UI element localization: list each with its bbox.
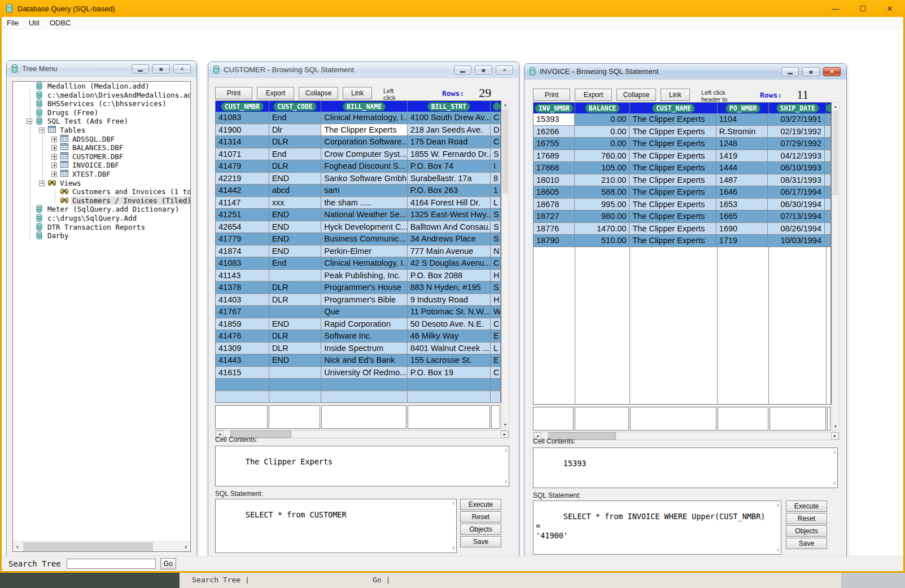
- grid-cell[interactable]: [216, 379, 269, 391]
- grid-cell[interactable]: Sanko Software Gmbh: [321, 173, 407, 185]
- grid-cell[interactable]: 1690: [716, 223, 768, 235]
- grid-cell[interactable]: The Clipper Experts: [629, 235, 716, 247]
- tree-item[interactable]: BHSServices (c:\bhsservices): [13, 99, 190, 108]
- grid-footer-cell[interactable]: [491, 405, 500, 429]
- print-button[interactable]: Print: [215, 87, 252, 99]
- grid-cell[interactable]: 1: [491, 185, 501, 197]
- grid-cell[interactable]: Dlr: [269, 124, 322, 137]
- execute-button[interactable]: Execute: [786, 501, 827, 512]
- menu-item-odbc[interactable]: ODBC: [45, 19, 76, 27]
- grid-cell[interactable]: 105.00: [575, 162, 629, 174]
- tree-item[interactable]: c:\drugs\SqlQuery.Add: [13, 214, 190, 223]
- scrollbar-thumb[interactable]: [23, 542, 153, 551]
- objects-button[interactable]: Objects: [460, 524, 501, 535]
- grid-cell[interactable]: 41147: [216, 197, 269, 209]
- grid-cell[interactable]: 4100 South Drew Av...: [408, 112, 491, 124]
- column-header-button[interactable]: [493, 102, 501, 111]
- scrollbar-thumb[interactable]: [502, 109, 508, 194]
- grid-cell[interactable]: 03/27/1991: [768, 113, 825, 126]
- close-button[interactable]: ✕: [173, 64, 191, 73]
- grid-cell[interactable]: 46 Milky Way: [408, 330, 491, 343]
- grid-cell[interactable]: 04/12/1993: [768, 150, 825, 163]
- grid-footer-cell[interactable]: [321, 405, 406, 429]
- grid-cell[interactable]: E: [491, 354, 501, 367]
- grid-cell[interactable]: The Clipper Experts: [629, 113, 716, 126]
- grid-cell[interactable]: Inside Spectrum: [321, 343, 407, 355]
- grid-cell[interactable]: 06/30/1994: [768, 199, 825, 211]
- reset-button[interactable]: Reset: [460, 511, 501, 523]
- grid-cell[interactable]: 4164 Forest Hill Dr.: [408, 197, 491, 209]
- collapse-icon[interactable]: [39, 128, 45, 133]
- grid-cell[interactable]: [825, 162, 831, 174]
- grid-cell[interactable]: R.Stromin: [716, 126, 768, 138]
- grid-cell[interactable]: 34 Andrews Place: [408, 233, 491, 245]
- grid-cell[interactable]: DLR: [269, 343, 322, 355]
- grid-cell[interactable]: University Of Redmo...: [321, 367, 407, 379]
- grid-cell[interactable]: The Clipper Experts: [629, 199, 716, 211]
- tree-item[interactable]: DTR Transaction Reports: [13, 223, 190, 232]
- grid-cell[interactable]: xxx: [269, 197, 322, 209]
- grid-cell[interactable]: 08/26/1994: [768, 223, 825, 235]
- grid-cell[interactable]: Hyck Development C...: [321, 221, 407, 234]
- grid-cell[interactable]: 980.00: [575, 210, 629, 223]
- maximize-button[interactable]: ▣: [475, 65, 492, 74]
- grid-cell[interactable]: [269, 306, 322, 318]
- grid-cell[interactable]: 1719: [716, 235, 768, 247]
- reset-button[interactable]: Reset: [786, 513, 827, 524]
- grid-footer-cell[interactable]: [770, 407, 826, 431]
- grid-cell[interactable]: I: [491, 160, 501, 173]
- grid-cell[interactable]: 1248: [716, 138, 768, 150]
- grid-cell[interactable]: 0.00: [575, 113, 629, 126]
- grid-footer-cell[interactable]: [718, 407, 768, 431]
- tree-horizontal-scrollbar[interactable]: ‹ ›: [13, 541, 190, 551]
- grid-cell[interactable]: 08/31/1993: [768, 174, 825, 187]
- column-header-button[interactable]: BALANCE: [585, 104, 620, 113]
- grid-cell[interactable]: Surabellastr. 17a: [408, 173, 491, 185]
- grid-cell[interactable]: 41779: [216, 233, 269, 245]
- grid-cell[interactable]: [825, 210, 831, 223]
- grid-cell[interactable]: 41309: [216, 343, 269, 355]
- grid-cell[interactable]: [408, 391, 491, 403]
- grid-cell[interactable]: N: [491, 245, 501, 258]
- grid-cell[interactable]: Que: [321, 306, 407, 318]
- grid-cell[interactable]: 17868: [534, 162, 575, 174]
- grid-cell[interactable]: S: [491, 209, 501, 221]
- tree-item[interactable]: Views: [13, 179, 190, 188]
- grid-cell[interactable]: 41767: [216, 306, 269, 318]
- expand-icon[interactable]: [51, 145, 57, 151]
- grid-cell[interactable]: [269, 391, 322, 403]
- grid-cell[interactable]: [825, 150, 831, 163]
- scroll-down-icon[interactable]: ▼: [502, 421, 509, 428]
- horizontal-scrollbar[interactable]: ◄ ►: [533, 432, 840, 440]
- grid-cell[interactable]: The Clipper Experts: [629, 150, 716, 163]
- grid-cell[interactable]: 8401 Walnut Creek ...: [408, 343, 491, 355]
- scroll-right-icon[interactable]: ►: [831, 432, 839, 440]
- grid-cell[interactable]: [825, 199, 831, 211]
- grid-cell[interactable]: [408, 379, 491, 391]
- grid-cell[interactable]: Nick and Ed's Bank: [321, 354, 407, 367]
- grid-cell[interactable]: [825, 186, 831, 199]
- grid-cell[interactable]: 210.00: [575, 174, 629, 187]
- expand-icon[interactable]: [51, 154, 57, 160]
- grid-cell[interactable]: P.O. Box 2088: [408, 270, 491, 282]
- grid-cell[interactable]: 1104: [716, 113, 768, 126]
- scroll-right-icon[interactable]: ›: [181, 542, 190, 552]
- grid-cell[interactable]: 41378: [216, 282, 269, 294]
- grid-cell[interactable]: W: [491, 306, 501, 318]
- column-header-button[interactable]: SHIP_DATE: [776, 104, 819, 113]
- grid-cell[interactable]: 1444: [716, 162, 768, 174]
- maximize-button[interactable]: ▣: [152, 64, 170, 73]
- grid-cell[interactable]: 18678: [534, 199, 575, 211]
- grid-footer-cell[interactable]: [408, 405, 490, 429]
- grid-cell[interactable]: S: [491, 148, 501, 161]
- collapse-button[interactable]: Collapse: [617, 89, 656, 101]
- column-header-button[interactable]: [827, 104, 831, 112]
- expand-icon[interactable]: [51, 172, 57, 177]
- grid-cell[interactable]: 15393: [534, 113, 575, 126]
- grid-cell[interactable]: 9 Industry Road: [408, 294, 491, 306]
- grid-cell[interactable]: [269, 379, 322, 391]
- grid-cell[interactable]: 18790: [534, 235, 575, 247]
- column-header-button[interactable]: BILL_STRT: [427, 102, 470, 111]
- grid-cell[interactable]: the sham .....: [321, 197, 407, 209]
- grid-cell[interactable]: 155 Lacrosse St.: [408, 354, 491, 367]
